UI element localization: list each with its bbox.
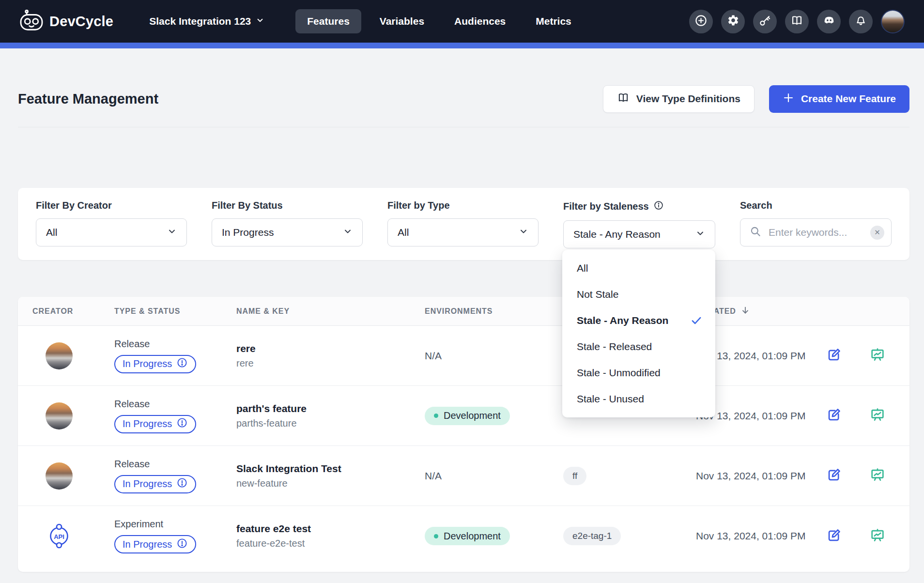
updated-timestamp: Nov 13, 2024, 01:09 PM (696, 530, 805, 541)
table-row[interactable]: Release In Progress Slack Integration Te… (18, 446, 909, 506)
feature-name: rere (236, 343, 410, 354)
analytics-board-icon (869, 467, 886, 485)
filter-creator-value: All (46, 227, 57, 238)
filter-type-label: Filter by Type (387, 200, 539, 211)
bell-icon (854, 14, 867, 29)
staleness-option-stale-released[interactable]: Stale - Released (562, 334, 715, 360)
analytics-button[interactable] (869, 527, 886, 545)
chevron-down-icon (519, 227, 528, 239)
status-badge[interactable]: In Progress (114, 355, 196, 373)
filter-creator-label: Filter By Creator (36, 200, 187, 211)
info-icon[interactable] (653, 200, 664, 213)
chevron-down-icon (343, 227, 353, 239)
nav-tabs: Features Variables Audiences Metrics (295, 9, 583, 33)
tab-audiences[interactable]: Audiences (443, 9, 517, 33)
edit-feature-button[interactable] (826, 407, 842, 425)
filter-staleness-select[interactable]: Stale - Any Reason (563, 220, 715, 248)
feature-key: feature-e2e-test (236, 538, 410, 549)
staleness-option-all[interactable]: All (562, 255, 715, 281)
edit-feature-button[interactable] (826, 527, 842, 545)
chevron-down-icon (167, 227, 177, 239)
status-badge[interactable]: In Progress (114, 535, 196, 553)
table-row[interactable]: API Experiment In Progress feature e2e t… (18, 506, 909, 566)
user-avatar[interactable] (881, 10, 905, 33)
tag-badge: e2e-tag-1 (563, 527, 621, 545)
filter-bar: Filter By Creator All Filter By Status I… (18, 188, 909, 260)
column-name-key: Name & Key (222, 307, 410, 316)
table-row[interactable]: Release In Progress parth's feature part… (18, 386, 909, 446)
clear-search-button[interactable]: ✕ (870, 226, 884, 240)
create-button[interactable] (689, 10, 713, 33)
project-selector[interactable]: Slack Integration 123 (149, 15, 264, 27)
check-icon (690, 314, 703, 327)
feature-type: Release (114, 459, 222, 470)
column-type-status: Type & Status (100, 307, 222, 316)
creator-avatar (46, 462, 73, 490)
plus-icon (783, 92, 794, 106)
key-icon (758, 14, 771, 29)
search-label: Search (740, 200, 892, 211)
tab-features[interactable]: Features (295, 9, 361, 33)
analytics-button[interactable] (869, 467, 886, 485)
analytics-board-icon (869, 407, 886, 425)
accent-bar (0, 43, 924, 48)
staleness-option-stale-any-reason[interactable]: Stale - Any Reason (562, 307, 715, 334)
svg-text:API: API (54, 533, 64, 540)
feature-name: parth's feature (236, 403, 410, 414)
analytics-button[interactable] (869, 407, 886, 425)
table-row[interactable]: Release In Progress rere rere N/A Nov 13… (18, 326, 909, 386)
status-badge[interactable]: In Progress (114, 475, 196, 493)
filter-creator-select[interactable]: All (36, 218, 187, 246)
analytics-button[interactable] (869, 347, 886, 365)
tab-metrics[interactable]: Metrics (524, 9, 583, 33)
environments-value: N/A (425, 470, 442, 481)
api-keys-button[interactable] (753, 10, 777, 33)
filter-status-label: Filter By Status (212, 200, 363, 211)
environment-dot-icon (434, 414, 438, 418)
updated-timestamp: Nov 13, 2024, 01:09 PM (696, 470, 805, 481)
analytics-board-icon (869, 527, 886, 545)
tab-variables[interactable]: Variables (368, 9, 436, 33)
analytics-board-icon (869, 347, 886, 365)
status-badge[interactable]: In Progress (114, 415, 196, 433)
feature-management-page: DevCycle Slack Integration 123 Features … (0, 0, 924, 583)
edit-icon (826, 407, 842, 425)
docs-button[interactable] (785, 10, 809, 33)
notifications-button[interactable] (849, 10, 873, 33)
create-new-feature-label: Create New Feature (801, 93, 896, 105)
edit-feature-button[interactable] (826, 347, 842, 365)
filter-staleness-label: Filter by Staleness (563, 201, 649, 212)
brand[interactable]: DevCycle (19, 10, 113, 33)
devcycle-logo-icon (19, 10, 44, 33)
staleness-option-not-stale[interactable]: Not Stale (562, 281, 715, 307)
staleness-option-stale-unused[interactable]: Stale - Unused (562, 386, 715, 412)
environment-badge: Development (425, 407, 510, 425)
search-input[interactable] (769, 227, 863, 238)
view-type-definitions-button[interactable]: View Type Definitions (603, 85, 755, 113)
search-box: ✕ (740, 218, 892, 246)
column-environments: Environments (410, 307, 549, 316)
feature-type: Release (114, 338, 222, 350)
column-creator: Creator (18, 307, 100, 316)
page-title: Feature Management (18, 91, 158, 107)
alert-circle-icon (176, 417, 188, 431)
nav-actions (689, 10, 905, 33)
edit-feature-button[interactable] (826, 467, 842, 485)
feature-key: rere (236, 358, 410, 369)
feature-key: new-feature (236, 478, 410, 489)
book-icon (617, 92, 630, 107)
feature-type: Release (114, 399, 222, 410)
staleness-option-stale-unmodified[interactable]: Stale - Unmodified (562, 360, 715, 386)
discord-button[interactable] (817, 10, 841, 33)
environment-dot-icon (434, 534, 438, 538)
create-new-feature-button[interactable]: Create New Feature (769, 85, 909, 113)
table-header-row: Creator Type & Status Name & Key Environ… (18, 297, 909, 326)
sort-desc-icon (740, 305, 751, 318)
edit-icon (826, 527, 842, 545)
filter-type-select[interactable]: All (387, 218, 539, 246)
settings-button[interactable] (721, 10, 745, 33)
gear-icon (727, 14, 739, 29)
brand-name: DevCycle (49, 14, 113, 30)
filter-status-select[interactable]: In Progress (212, 218, 363, 246)
chevron-down-icon (695, 229, 705, 241)
